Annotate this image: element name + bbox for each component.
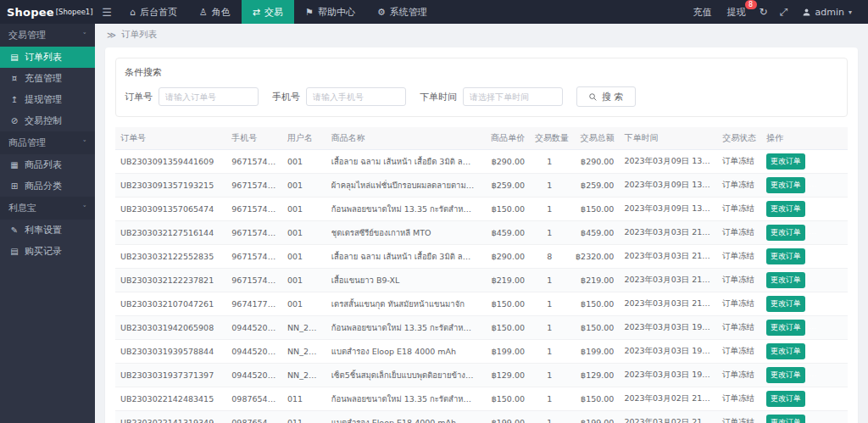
search-form: 订单号 手机号 下单时间 搜 索 [125,86,838,107]
cell-price: ฿219.00 [480,269,530,292]
sidebar-section-trade-management[interactable]: 交易管理˅ [0,24,95,47]
cell-username: 011 [282,411,326,423]
cell-username: NN_2kv0u [282,364,326,387]
edit-order-button[interactable]: 更改订单 [766,153,805,170]
sidebar-section-interest-treasure[interactable]: 利息宝˅ [0,197,95,220]
sidebar-section-label: 交易管理 [8,29,46,42]
cell-total: ฿150.00 [570,387,620,411]
edit-order-button[interactable]: 更改订单 [766,296,805,312]
cell-time: 2023年03月03日 21:07:04 [619,292,717,316]
withdraw-label: 提现 [727,6,746,19]
nav-item-label: 角色 [212,6,231,19]
sidebar-item-order-list[interactable]: ▤订单列表 [0,47,95,68]
orders-table-body: UB23030913594416099671574372001เสื้อลาย … [115,150,848,423]
cell-phone: 0944520645 [226,316,282,340]
table-row: UB23030319420659080944520645NN_2kv0uก้อน… [115,316,848,340]
cell-qty: 1 [530,150,570,174]
rate-settings-icon: ✎ [9,225,19,235]
cell-qty: 1 [530,269,570,292]
cell-actions: 更改订单结算订单 [761,340,848,364]
cell-qty: 1 [530,292,570,316]
flag-icon: ⚑ [305,7,314,18]
nav-item-roles[interactable]: ♙角色 [188,0,242,24]
search-panel-title: 条件搜索 [125,66,838,79]
fullscreen-icon[interactable]: ⤢ [774,6,794,18]
edit-order-button[interactable]: 更改订单 [766,367,805,383]
chevron-down-icon: ˅ [83,204,87,213]
nav-item-help-center[interactable]: ⚑帮助中心 [294,0,366,24]
cell-price: ฿259.00 [480,174,530,198]
order-no-input[interactable] [159,87,259,106]
brand-logo[interactable]: Shopee [Shopee1] [0,0,95,24]
cell-qty: 1 [530,174,570,198]
cell-product: ผ้าคลุมไหล่แฟชั่นปีกรอบผมลดลายตามแบบ ซาย… [326,174,480,198]
cell-total: ฿219.00 [570,269,620,292]
cell-phone: 9671574372 [226,245,282,269]
phone-input[interactable] [306,87,406,106]
edit-order-button[interactable]: 更改订单 [766,177,805,193]
sidebar-item-trade-control[interactable]: ⊘交易控制 [0,110,95,131]
cell-product: แบตสำรอง Eloop E18 4000 mAh [326,340,480,364]
category-icon: ⊞ [9,181,19,191]
cell-status: 订单冻结 [717,364,761,387]
sidebar-item-withdraw-management[interactable]: ↥提现管理 [0,89,95,110]
sidebar-section-product-management[interactable]: 商品管理˅ [0,131,95,154]
gear-icon: ⚙ [377,7,386,18]
edit-order-button[interactable]: 更改订单 [766,201,805,217]
sidebar-item-product-list[interactable]: ▦商品列表 [0,154,95,175]
sidebar-toggle-icon[interactable]: ☰ [95,0,119,24]
cell-time: 2023年03月03日 21:22:23 [619,269,717,292]
recharge-link[interactable]: 充值 [686,0,720,24]
navbar-right: 充值 提现 8 ↻ ⤢ admin ▾ [686,0,868,24]
nav-item-label: 交易 [264,6,283,19]
sidebar-item-purchase-records[interactable]: ▤购买记录 [0,241,95,262]
cell-price: ฿459.00 [480,221,530,245]
cell-username: 001 [282,174,326,198]
edit-order-button[interactable]: 更改订单 [766,320,805,336]
cell-product: ก้อนพลอยขนาดใหม่ 13.35 กะรัตสำหรับสะสม [326,198,480,221]
phone-label: 手机号 [272,91,300,103]
cell-time: 2023年03月03日 19:42:06 [619,316,717,340]
sidebar-item-product-category[interactable]: ⊞商品分类 [0,175,95,197]
table-header-row: 订单号手机号用户名商品名称商品单价交易数量交易总额下单时间交易状态操作 [115,127,848,150]
column-header-username: 用户名 [282,127,326,150]
nav-item-dashboard[interactable]: ⌂后台首页 [119,0,188,24]
column-header-phone: 手机号 [226,127,282,150]
refresh-icon[interactable]: ↻ [754,6,774,18]
edit-order-button[interactable]: 更改订单 [766,225,805,241]
edit-order-button[interactable]: 更改订单 [766,272,805,288]
nav-item-trade[interactable]: ⇄交易 [242,0,294,24]
cell-status: 订单冻结 [717,340,761,364]
cell-time: 2023年03月03日 21:27:51 [619,221,717,245]
edit-order-button[interactable]: 更改订单 [766,248,805,264]
cell-phone: 9674177321 [226,292,282,316]
edit-order-button[interactable]: 更改订单 [766,343,805,359]
sidebar-item-recharge-management[interactable]: ¤充值管理 [0,68,95,89]
edit-order-button[interactable]: 更改订单 [766,391,805,407]
cell-total: ฿150.00 [570,198,620,221]
cell-username: 001 [282,292,326,316]
cell-time: 2023年03月03日 19:39:57 [619,340,717,364]
nav-item-system-management[interactable]: ⚙系统管理 [366,0,438,24]
chevron-down-icon: ▾ [849,8,852,16]
user-icon: ♙ [199,7,208,18]
admin-menu[interactable]: admin ▾ [794,0,860,24]
cell-price: ฿290.00 [480,150,530,174]
search-button[interactable]: 搜 索 [576,86,636,107]
table-row: UB23030321070472619674177321001เดรสสั้นแ… [115,292,848,316]
search-icon [588,92,598,102]
cell-order_no: UB2303031942065908 [115,316,226,340]
nav-item-label: 后台首页 [140,6,177,19]
cell-total: ฿259.00 [570,174,620,198]
edit-order-button[interactable]: 更改订单 [766,415,805,423]
order-time-input[interactable] [463,87,563,106]
cell-username: 001 [282,221,326,245]
order-list-icon: ▤ [9,53,19,62]
sidebar-item-rate-settings[interactable]: ✎利率设置 [0,220,95,241]
cell-actions: 更改订单结算订单 [761,292,848,316]
withdraw-link[interactable]: 提现 8 [720,0,754,24]
cell-price: ฿129.00 [480,364,530,387]
cell-phone: 0944520645 [226,364,282,387]
main-content: ≫ 订单列表 条件搜索 订单号 手机号 下单时间 [95,24,868,423]
order-no-field: 订单号 [125,87,259,106]
